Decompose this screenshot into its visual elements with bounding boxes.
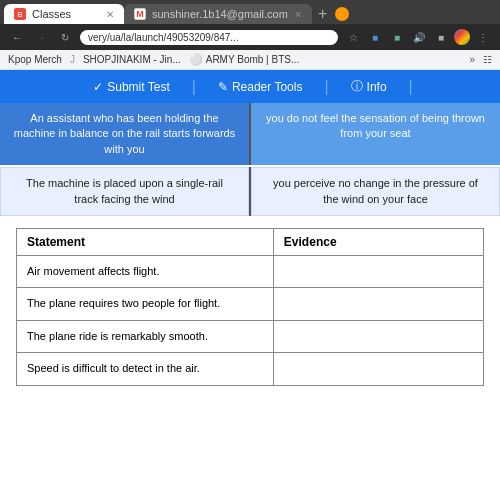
- bookmark-kpop[interactable]: Kpop Merch: [8, 54, 62, 65]
- submit-test-icon: ✓: [93, 80, 103, 94]
- tab-close-gmail[interactable]: ✕: [294, 9, 302, 20]
- statement-cell-3: Speed is difficult to detect in the air.: [17, 353, 274, 385]
- passage-section-bottom: The machine is placed upon a single-rail…: [0, 167, 500, 216]
- evidence-cell-2[interactable]: [273, 320, 483, 352]
- info-icon: ⓘ: [351, 78, 363, 95]
- tab-circle-icon: [335, 7, 349, 21]
- bookmark-army[interactable]: ⚪ ARMY Bomb | BTS...: [189, 53, 300, 66]
- address-input[interactable]: [80, 30, 338, 45]
- reader-tools-button[interactable]: ✎ Reader Tools: [212, 78, 309, 96]
- evidence-cell-0[interactable]: [273, 255, 483, 287]
- menu-icon[interactable]: ⋮: [474, 28, 492, 46]
- statement-cell-0: Air movement affects flight.: [17, 255, 274, 287]
- tab-label-gmail: sunshiner.1b14@gmail.com: [152, 8, 288, 20]
- bookmark-shopjina[interactable]: SHOPJINAKIM - Jin...: [83, 54, 181, 65]
- bookmark-sep-1: J: [70, 54, 75, 65]
- col-evidence-header: Evidence: [273, 228, 483, 255]
- bookmarks-bar: Kpop Merch J SHOPJINAKIM - Jin... ⚪ ARMY…: [0, 50, 500, 70]
- evidence-table: Statement Evidence Air movement affects …: [16, 228, 484, 386]
- bookmarks-more[interactable]: »: [469, 54, 475, 65]
- passage-card-top-left: An assistant who has been holding the ma…: [0, 103, 249, 165]
- passage-top-right-text: you do not feel the sensation of being t…: [266, 112, 485, 139]
- back-icon[interactable]: ←: [8, 28, 26, 46]
- submit-test-label: Submit Test: [107, 80, 169, 94]
- toolbar-divider-2: |: [324, 78, 328, 96]
- chrome-icon: [454, 29, 470, 45]
- tab-label-classes: Classes: [32, 8, 71, 20]
- reader-tools-label: Reader Tools: [232, 80, 303, 94]
- browser-chrome: B Classes ✕ M sunshiner.1b14@gmail.com ✕…: [0, 0, 500, 70]
- address-bar: ← → ↻ ☆ ■ ■ 🔊 ■ ⋮: [0, 24, 500, 50]
- speaker-icon[interactable]: 🔊: [410, 28, 428, 46]
- col-statement-header: Statement: [17, 228, 274, 255]
- star-icon[interactable]: ☆: [344, 28, 362, 46]
- tab-favicon-gmail: M: [134, 8, 146, 20]
- statement-cell-1: The plane requires two people for flight…: [17, 288, 274, 320]
- tab-close-classes[interactable]: ✕: [106, 9, 114, 20]
- info-button[interactable]: ⓘ Info: [345, 76, 393, 97]
- extension-icon[interactable]: ■: [432, 28, 450, 46]
- toolbar-icons: ☆ ■ ■ 🔊 ■ ⋮: [344, 28, 492, 46]
- info-label: Info: [367, 80, 387, 94]
- tab-add-button[interactable]: +: [312, 5, 333, 23]
- app-toolbar: ✓ Submit Test | ✎ Reader Tools | ⓘ Info …: [0, 70, 500, 103]
- toolbar-divider-1: |: [192, 78, 196, 96]
- bookmark-army-label: ARMY Bomb | BTS...: [206, 54, 300, 65]
- passage-card-bottom-left: The machine is placed upon a single-rail…: [0, 167, 249, 216]
- forward-icon[interactable]: →: [32, 28, 50, 46]
- table-row: The plane requires two people for flight…: [17, 288, 484, 320]
- shield-icon: ■: [366, 28, 384, 46]
- bookmarks-grid[interactable]: ☷: [483, 54, 492, 65]
- table-row: Air movement affects flight.: [17, 255, 484, 287]
- submit-test-button[interactable]: ✓ Submit Test: [87, 78, 175, 96]
- table-section: Statement Evidence Air movement affects …: [0, 216, 500, 398]
- bookmark-kpop-label: Kpop Merch: [8, 54, 62, 65]
- evidence-cell-3[interactable]: [273, 353, 483, 385]
- tab-gmail[interactable]: M sunshiner.1b14@gmail.com ✕: [124, 4, 312, 24]
- refresh-icon[interactable]: ↻: [56, 28, 74, 46]
- passage-card-top-right: you do not feel the sensation of being t…: [251, 103, 500, 165]
- toolbar-divider-3: |: [409, 78, 413, 96]
- reader-tools-icon: ✎: [218, 80, 228, 94]
- tab-favicon-classes: B: [14, 8, 26, 20]
- bookmark-shopjina-label: SHOPJINAKIM - Jin...: [83, 54, 181, 65]
- passage-top-left-text: An assistant who has been holding the ma…: [14, 112, 235, 155]
- tab-classes[interactable]: B Classes ✕: [4, 4, 124, 24]
- table-row: The plane ride is remarkably smooth.: [17, 320, 484, 352]
- statement-cell-2: The plane ride is remarkably smooth.: [17, 320, 274, 352]
- shield2-icon: ■: [388, 28, 406, 46]
- evidence-cell-1[interactable]: [273, 288, 483, 320]
- passage-card-bottom-right: you perceive no change in the pressure o…: [251, 167, 500, 216]
- passage-bottom-left-text: The machine is placed upon a single-rail…: [26, 177, 223, 204]
- passage-section-top: An assistant who has been holding the ma…: [0, 103, 500, 165]
- table-row: Speed is difficult to detect in the air.: [17, 353, 484, 385]
- tab-bar: B Classes ✕ M sunshiner.1b14@gmail.com ✕…: [0, 0, 500, 24]
- passage-bottom-right-text: you perceive no change in the pressure o…: [273, 177, 478, 204]
